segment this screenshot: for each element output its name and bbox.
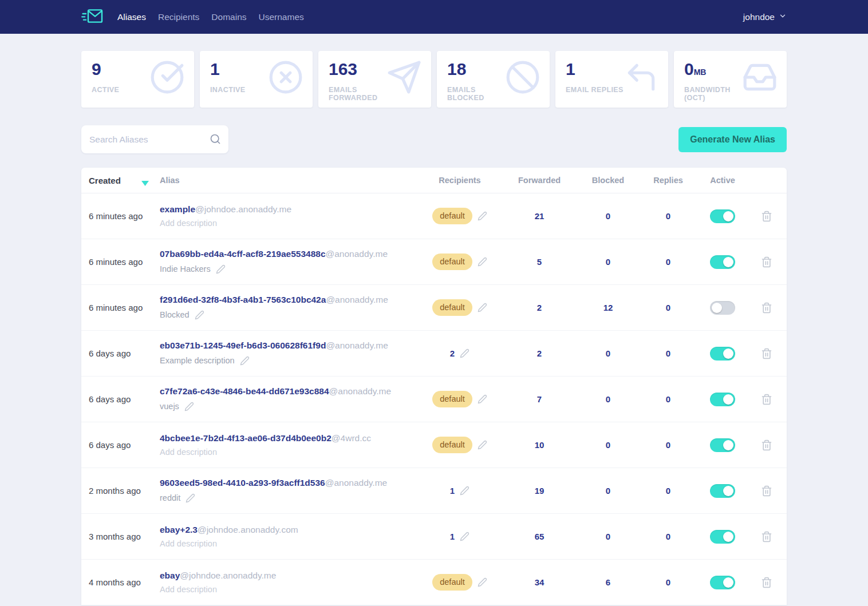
recipients-edit-icon[interactable] [478, 394, 487, 404]
replies-count: 0 [637, 348, 699, 358]
stat-inactive-label: INACTIVE [210, 86, 246, 94]
alias-description[interactable]: Example description [160, 357, 235, 365]
forwarded-count: 34 [500, 577, 579, 587]
nav-item-domains[interactable]: Domains [211, 12, 246, 22]
alias-email[interactable]: example@johndoe.anonaddy.me [160, 205, 420, 214]
replies-count: 0 [637, 303, 699, 312]
alias-email[interactable]: f291d6ed-32f8-4b3f-a4b1-7563c10bc42a@ano… [160, 295, 420, 304]
active-toggle[interactable] [710, 393, 735, 406]
active-toggle[interactable] [710, 209, 735, 223]
recipients-default-badge: default [432, 574, 472, 591]
toggle-knob [723, 211, 733, 221]
alias-email[interactable]: eb03e71b-1245-49ef-b6d3-060628f61f9d@ano… [160, 341, 420, 350]
alias-description[interactable]: vuejs [160, 402, 179, 411]
alias-description[interactable]: Add description [160, 540, 217, 548]
alias-local: ebay+2.3 [160, 525, 198, 534]
alias-description[interactable]: reddit [160, 494, 180, 502]
alias-description[interactable]: Add description [160, 219, 217, 228]
recipients-edit-icon[interactable] [478, 577, 487, 587]
replies-count: 0 [637, 394, 699, 404]
alias-domain: @anonaddy.me [326, 340, 388, 350]
forwarded-count: 19 [500, 486, 579, 496]
row-created: 6 minutes ago [81, 257, 160, 267]
delete-alias-icon[interactable] [761, 439, 772, 451]
alias-domain: @johndoe.anonaddy.me [195, 204, 291, 214]
description-edit-icon[interactable] [240, 356, 250, 366]
stat-inactive-value: 1 [210, 60, 246, 78]
description-edit-icon[interactable] [216, 264, 226, 274]
delete-alias-icon[interactable] [761, 531, 772, 542]
alias-email[interactable]: c7fe72a6-c43e-4846-be44-dd671e93c884@ano… [160, 387, 420, 396]
navbar: Aliases Recipients Domains Usernames joh… [0, 0, 868, 34]
generate-new-alias-button[interactable]: Generate New Alias [678, 127, 787, 152]
x-circle-icon [268, 60, 303, 95]
active-toggle[interactable] [710, 438, 735, 452]
active-toggle[interactable] [710, 576, 735, 589]
column-header-created[interactable]: Created [81, 176, 160, 185]
inbox-icon [742, 60, 778, 95]
delete-alias-icon[interactable] [761, 394, 772, 405]
blocked-count: 0 [579, 486, 637, 496]
reply-arrow-icon [624, 60, 659, 95]
username-label: johndoe [743, 12, 775, 22]
toggle-knob [723, 486, 733, 496]
forwarded-count: 5 [500, 257, 579, 267]
alias-description[interactable]: Add description [160, 585, 217, 594]
recipients-default-badge: default [432, 254, 472, 270]
alias-domain: @anonaddy.me [325, 478, 388, 488]
table-row: 3 months ago ebay+2.3@johndoe.anonaddy.c… [81, 514, 787, 560]
app-logo[interactable] [81, 7, 104, 27]
row-created: 2 months ago [81, 486, 160, 496]
recipients-edit-icon[interactable] [478, 211, 487, 221]
toggle-knob [723, 257, 733, 267]
alias-local: f291d6ed-32f8-4b3f-a4b1-7563c10bc42a [160, 295, 326, 304]
forwarded-count: 10 [500, 440, 579, 450]
recipients-edit-icon[interactable] [478, 257, 487, 267]
alias-email[interactable]: 9603eed5-98ed-4410-a293-9f3acff1d536@ano… [160, 478, 420, 488]
active-toggle[interactable] [710, 347, 735, 361]
column-header-blocked: Blocked [579, 176, 637, 185]
alias-description[interactable]: Indie Hackers [160, 265, 211, 274]
alias-email[interactable]: 07ba69bb-ed4a-4cff-acf8-219ae553488c@ano… [160, 249, 420, 259]
recipients-edit-icon[interactable] [478, 440, 487, 450]
slash-circle-icon [505, 60, 540, 95]
alias-email[interactable]: ebay+2.3@johndoe.anonaddy.com [160, 525, 420, 534]
description-edit-icon[interactable] [186, 493, 195, 503]
recipients-edit-icon[interactable] [460, 348, 469, 358]
table-row: 4 months ago ebay@johndoe.anonaddy.me Ad… [81, 560, 787, 605]
forwarded-count: 21 [500, 211, 579, 221]
delete-alias-icon[interactable] [761, 485, 772, 497]
stat-card-replies: 1 EMAIL REPLIES [555, 51, 668, 108]
table-row: 6 days ago c7fe72a6-c43e-4846-be44-dd671… [81, 377, 787, 422]
recipients-edit-icon[interactable] [460, 532, 469, 541]
description-edit-icon[interactable] [184, 402, 194, 411]
description-edit-icon[interactable] [195, 310, 204, 320]
alias-local: c7fe72a6-c43e-4846-be44-dd671e93c884 [160, 386, 329, 396]
search-input[interactable] [81, 125, 228, 153]
active-toggle[interactable] [710, 255, 735, 269]
replies-count: 0 [637, 211, 699, 221]
active-toggle[interactable] [710, 484, 735, 498]
active-toggle[interactable] [710, 530, 735, 544]
alias-description[interactable]: Add description [160, 448, 217, 457]
alias-email[interactable]: 4bcbee1e-7b2d-4f13-ae06-d37d4b0ee0b2@4wr… [160, 434, 420, 443]
nav-item-recipients[interactable]: Recipients [158, 12, 199, 22]
alias-description[interactable]: Blocked [160, 311, 190, 319]
delete-alias-icon[interactable] [761, 348, 772, 359]
delete-alias-icon[interactable] [761, 256, 772, 268]
nav-item-usernames[interactable]: Usernames [259, 12, 304, 22]
recipients-edit-icon[interactable] [460, 486, 469, 496]
row-created: 6 days ago [81, 394, 160, 404]
alias-email[interactable]: ebay@johndoe.anonaddy.me [160, 571, 420, 580]
alias-table-body: 6 minutes ago example@johndoe.anonaddy.m… [81, 193, 787, 605]
column-header-replies: Replies [637, 176, 699, 185]
delete-alias-icon[interactable] [761, 302, 772, 314]
delete-alias-icon[interactable] [761, 577, 772, 588]
recipients-edit-icon[interactable] [478, 303, 487, 312]
table-row: 2 months ago 9603eed5-98ed-4410-a293-9f3… [81, 468, 787, 514]
user-menu[interactable]: johndoe [743, 12, 787, 22]
nav-item-aliases[interactable]: Aliases [117, 12, 146, 22]
active-toggle[interactable] [710, 301, 735, 315]
alias-domain: @4wrd.cc [332, 433, 371, 443]
delete-alias-icon[interactable] [761, 211, 772, 222]
